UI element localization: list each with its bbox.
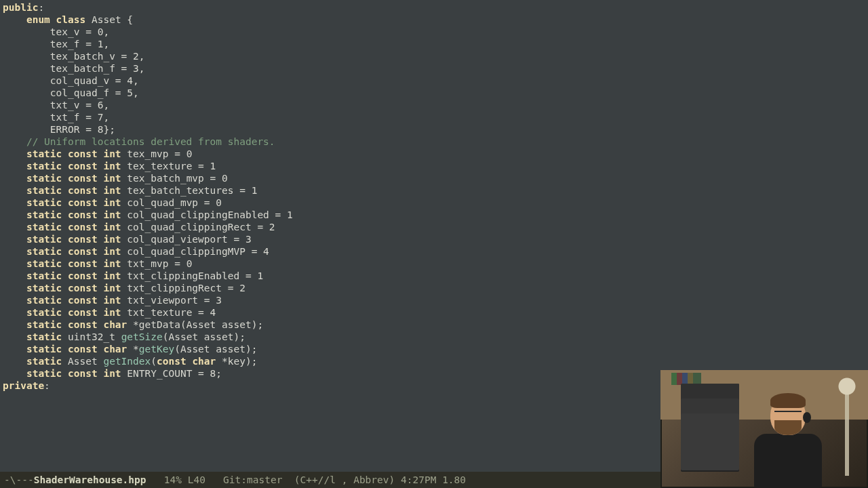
modeline-vcs: Git:master: [223, 474, 282, 485]
code-line[interactable]: static const int tex_texture = 1: [3, 160, 865, 172]
webcam-headset-icon: [803, 412, 811, 423]
modeline-gap1: [146, 474, 164, 485]
code-line[interactable]: static const int txt_clippingEnabled = 1: [3, 270, 865, 282]
code-line[interactable]: static const int txt_texture = 4: [3, 306, 865, 319]
code-line[interactable]: col_quad_v = 4,: [3, 75, 865, 87]
webcam-person: [741, 393, 835, 488]
code-line[interactable]: txt_v = 6,: [3, 99, 865, 111]
code-line[interactable]: static const char *getKey(Asset asset);: [3, 343, 865, 355]
code-line[interactable]: static const int col_quad_clippingRect =…: [3, 221, 865, 233]
code-line[interactable]: ERROR = 8};: [3, 123, 865, 136]
code-line[interactable]: static const int txt_clippingRect = 2: [3, 282, 865, 294]
webcam-overlay: [660, 370, 868, 488]
code-line[interactable]: tex_f = 1,: [3, 38, 865, 50]
code-line[interactable]: tex_v = 0,: [3, 26, 865, 38]
code-line[interactable]: enum class Asset {: [3, 14, 865, 26]
webcam-file-cabinet: [681, 384, 739, 472]
code-line[interactable]: static const int col_quad_viewport = 3: [3, 233, 865, 245]
code-line[interactable]: tex_batch_v = 2,: [3, 50, 865, 62]
code-line[interactable]: static const char *getData(Asset asset);: [3, 319, 865, 331]
modeline-prefix: -\---: [4, 474, 34, 485]
code-line[interactable]: public:: [3, 1, 865, 14]
modeline-percent: 14%: [164, 474, 182, 485]
code-line[interactable]: static const int txt_viewport = 3: [3, 294, 865, 306]
modeline-line: L40: [188, 474, 205, 485]
code-line[interactable]: static const int txt_mvp = 0: [3, 258, 865, 270]
code-line[interactable]: static const int col_quad_clippingMVP = …: [3, 245, 865, 258]
modeline-mode: (C++//l , Abbrev): [294, 474, 395, 485]
code-line[interactable]: col_quad_f = 5,: [3, 87, 865, 99]
modeline-filename: ShaderWarehouse.hpp: [34, 474, 146, 485]
code-line[interactable]: static const int tex_batch_textures = 1: [3, 184, 865, 197]
code-line[interactable]: static const int tex_batch_mvp = 0: [3, 172, 865, 184]
code-line[interactable]: static Asset getIndex(const char *key);: [3, 355, 865, 367]
code-line[interactable]: tex_batch_f = 3,: [3, 62, 865, 75]
code-line[interactable]: txt_f = 7,: [3, 111, 865, 123]
modeline-load: 1.80: [442, 474, 466, 485]
modeline-time: 4:27PM: [401, 474, 436, 485]
code-line[interactable]: static uint32_t getSize(Asset asset);: [3, 331, 865, 343]
code-line[interactable]: static const int col_quad_mvp = 0: [3, 197, 865, 209]
code-line[interactable]: static const int tex_mvp = 0: [3, 148, 865, 160]
code-line[interactable]: static const int col_quad_clippingEnable…: [3, 209, 865, 221]
code-line[interactable]: // Uniform locations derived from shader…: [3, 136, 865, 148]
webcam-skeleton-prop: [831, 375, 863, 484]
